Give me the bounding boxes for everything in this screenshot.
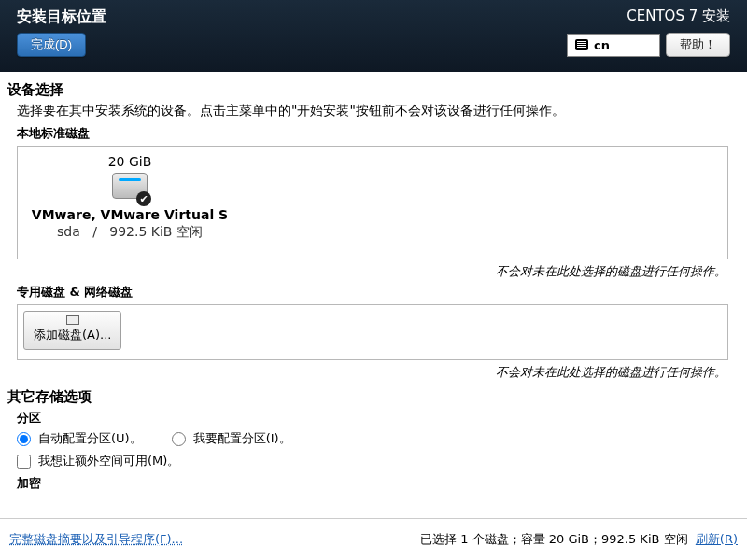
disk-item[interactable]: 20 GiB ✔ VMware, VMware Virtual S sda / … bbox=[27, 154, 233, 241]
special-disks-note: 不会对未在此处选择的磁盘进行任何操作。 bbox=[7, 364, 726, 381]
footer-bar: 完整磁盘摘要以及引导程序(F)... 已选择 1 个磁盘；容量 20 GiB；9… bbox=[0, 518, 747, 560]
special-disks-panel: 添加磁盘(A)... bbox=[17, 304, 728, 360]
manual-partition-label: 我要配置分区(I)。 bbox=[193, 430, 291, 447]
extra-space-label: 我想让额外空间可用(M)。 bbox=[38, 453, 179, 469]
keyboard-layout-selector[interactable]: cn bbox=[567, 34, 660, 57]
product-label: CENTOS 7 安装 bbox=[567, 7, 730, 25]
page-title: 安装目标位置 bbox=[17, 7, 106, 27]
keyboard-layout-label: cn bbox=[594, 38, 610, 52]
keyboard-icon bbox=[575, 39, 588, 50]
disk-summary-link[interactable]: 完整磁盘摘要以及引导程序(F)... bbox=[9, 531, 183, 548]
check-icon: ✔ bbox=[136, 191, 151, 206]
selection-status: 已选择 1 个磁盘；容量 20 GiB；992.5 KiB 空闲 bbox=[420, 532, 687, 546]
local-disks-note: 不会对未在此处选择的磁盘进行任何操作。 bbox=[7, 263, 726, 280]
auto-partition-label: 自动配置分区(U)。 bbox=[38, 430, 142, 447]
footer-right: 已选择 1 个磁盘；容量 20 GiB；992.5 KiB 空闲 刷新(R) bbox=[420, 531, 738, 548]
disk-size: 20 GiB bbox=[27, 154, 233, 169]
disk-details: sda / 992.5 KiB 空闲 bbox=[27, 224, 233, 241]
refresh-link[interactable]: 刷新(R) bbox=[696, 532, 738, 546]
device-selection-instruction: 选择要在其中安装系统的设备。点击主菜单中的"开始安装"按钮前不会对该设备进行任何… bbox=[17, 103, 730, 119]
local-disks-panel: 20 GiB ✔ VMware, VMware Virtual S sda / … bbox=[17, 146, 728, 259]
other-options-heading: 其它存储选项 bbox=[7, 388, 730, 406]
manual-partition-radio[interactable] bbox=[172, 432, 186, 446]
special-disks-heading: 专用磁盘 & 网络磁盘 bbox=[17, 284, 730, 301]
disk-name: VMware, VMware Virtual S bbox=[27, 207, 233, 222]
add-disk-label: 添加磁盘(A)... bbox=[34, 327, 111, 343]
add-disk-icon bbox=[66, 315, 79, 325]
help-button[interactable]: 帮助！ bbox=[666, 33, 730, 57]
add-disk-button[interactable]: 添加磁盘(A)... bbox=[23, 311, 121, 350]
auto-partition-radio[interactable] bbox=[17, 432, 31, 446]
encryption-heading: 加密 bbox=[17, 475, 730, 492]
partition-heading: 分区 bbox=[17, 410, 730, 427]
device-selection-heading: 设备选择 bbox=[7, 81, 730, 99]
local-disks-heading: 本地标准磁盘 bbox=[17, 125, 730, 142]
header-bar: 安装目标位置 完成(D) CENTOS 7 安装 cn 帮助！ bbox=[0, 0, 747, 72]
done-button[interactable]: 完成(D) bbox=[17, 33, 86, 57]
extra-space-checkbox[interactable] bbox=[17, 455, 31, 469]
content-area: 设备选择 选择要在其中安装系统的设备。点击主菜单中的"开始安装"按钮前不会对该设… bbox=[0, 72, 747, 518]
